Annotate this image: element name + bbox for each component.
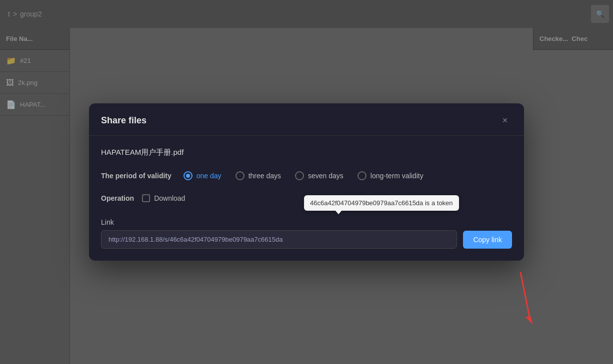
dialog-header: Share files ×: [89, 103, 524, 136]
share-files-dialog: Share files × HAPATEAM用户手册.pdf The perio…: [89, 103, 524, 261]
download-checkbox[interactable]: [142, 194, 150, 202]
link-input[interactable]: [101, 230, 457, 249]
dialog-title: Share files: [101, 115, 146, 126]
link-input-row: Copy link: [101, 230, 512, 249]
radio-seven-days[interactable]: seven days: [295, 171, 344, 180]
close-button[interactable]: ×: [498, 113, 512, 127]
operation-label: Operation: [101, 194, 134, 202]
dialog-body: HAPATEAM用户手册.pdf The period of validity …: [89, 136, 524, 261]
radio-one-day[interactable]: one day: [184, 171, 222, 180]
radio-three-days[interactable]: three days: [236, 171, 281, 180]
validity-label: The period of validity: [101, 172, 172, 180]
radio-circle-three-days: [236, 171, 244, 180]
radio-label-three-days: three days: [248, 172, 281, 180]
modal-overlay: Share files × HAPATEAM用户手册.pdf The perio…: [0, 0, 613, 364]
tooltip-bubble: 46c6a42f04704979be0979aa7c6615da is a to…: [304, 195, 459, 211]
link-label: Link: [101, 218, 119, 226]
radio-long-term[interactable]: long-term validity: [358, 171, 424, 180]
validity-radio-group: one day three days seven days long-term …: [184, 171, 424, 180]
radio-label-long-term: long-term validity: [370, 172, 424, 180]
radio-circle-long-term: [358, 171, 366, 180]
copy-link-button[interactable]: Copy link: [463, 231, 512, 249]
radio-label-one-day: one day: [196, 172, 222, 180]
validity-row: The period of validity one day three day…: [101, 171, 512, 180]
filename-label: HAPATEAM用户手册.pdf: [101, 148, 512, 157]
radio-label-seven-days: seven days: [308, 172, 344, 180]
link-row: Link 46c6a42f04704979be0979aa7c6615da is…: [101, 218, 512, 226]
download-label: Download: [154, 194, 185, 202]
radio-circle-one-day: [184, 171, 192, 180]
download-checkbox-wrap[interactable]: Download: [142, 194, 185, 202]
radio-circle-seven-days: [295, 171, 304, 180]
